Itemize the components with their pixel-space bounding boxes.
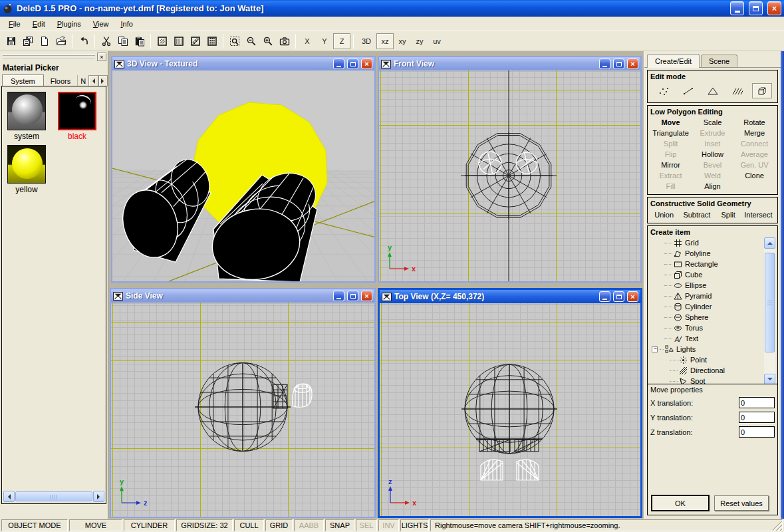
new-button[interactable] [36,33,53,49]
menu-file[interactable]: File [3,18,27,30]
status-cull-toggle[interactable]: CULL [234,519,264,531]
tab-scroll-left-icon[interactable] [88,75,98,86]
viewport-top-canvas[interactable]: z x [380,303,640,516]
axis-y-button[interactable]: Y [316,33,333,49]
status-snap-toggle[interactable]: SNAP [325,519,354,531]
viewport-top-minimize-button[interactable] [599,291,610,302]
viewport-front-titlebar[interactable]: Front View × [379,57,640,70]
edit-mode-vertex-button[interactable] [654,83,674,98]
view-solid-button[interactable] [170,33,187,49]
minimize-button[interactable] [730,1,744,15]
panel-grip[interactable]: × [0,51,108,63]
view-xz-button[interactable]: xz [376,33,394,49]
camera-button[interactable] [276,33,293,49]
tree-item-grid[interactable]: Grid [650,237,764,248]
view-zy-button[interactable]: zy [411,33,428,49]
viewport-side-titlebar[interactable]: Side View × [111,289,374,303]
tree-item-pyramid[interactable]: Pyramid [650,291,764,301]
viewport-3d-canvas[interactable] [112,70,374,281]
tree-item-cylinder[interactable]: Cylinder [650,301,764,312]
axis-z-button[interactable]: Z [333,33,350,49]
undo-button[interactable] [75,33,92,49]
tree-item-polyline[interactable]: Polyline [650,248,764,259]
tree-item-rectangle[interactable]: Rectangle [650,259,764,269]
viewport-top-maximize-button[interactable] [613,291,624,302]
edit-mode-faces-button[interactable] [727,83,747,98]
zoom-in-button[interactable] [259,33,276,49]
viewport-top-titlebar[interactable]: Top View (X,Z= 450,372) × [380,290,640,303]
collapse-icon[interactable] [652,346,658,352]
menu-info[interactable]: Info [114,18,138,30]
edit-mode-face-button[interactable] [703,83,723,98]
csg-split-button[interactable]: Split [715,211,741,219]
csg-subtract-button[interactable]: Subtract [678,211,715,219]
lowpoly-hollow-button[interactable]: Hollow [692,150,733,158]
tab-scene[interactable]: Scene [701,55,737,67]
scroll-right-icon[interactable] [93,491,104,502]
tree-scroll-thumb[interactable] [765,253,775,352]
lowpoly-merge-button[interactable]: Merge [733,129,775,137]
view-wireframe-button[interactable] [154,33,170,49]
y-translation-field[interactable] [739,412,775,423]
zoom-region-button[interactable] [226,33,243,49]
viewport-front-canvas[interactable]: y x [379,70,640,281]
viewport-side-canvas[interactable]: y z [111,303,374,517]
tree-item-torus[interactable]: Torus [650,323,764,333]
material-black[interactable]: black [57,92,98,141]
viewport-side-minimize-button[interactable] [333,291,344,301]
lowpoly-move-button[interactable]: Move [650,118,692,126]
close-button[interactable]: × [767,1,781,15]
lowpoly-align-button[interactable]: Align [692,182,733,190]
open-button[interactable] [53,33,69,49]
tab-floors[interactable]: Floors [44,75,78,87]
viewport-side-maximize-button[interactable] [347,291,358,301]
status-sel-toggle[interactable]: SEL [356,519,377,531]
tree-item-text[interactable]: AText [650,333,764,344]
copy-button[interactable] [114,33,131,49]
tree-vertical-scrollbar[interactable] [764,237,775,385]
viewport-3d-maximize-button[interactable] [347,59,358,69]
x-translation-field[interactable] [739,397,775,408]
lowpoly-triangulate-button[interactable]: Triangulate [650,129,692,137]
menu-edit[interactable]: Edit [27,18,51,30]
lowpoly-rotate-button[interactable]: Rotate [733,118,775,126]
status-aabb-toggle[interactable]: AABB [294,519,324,531]
status-lights-toggle[interactable]: LIGHTS [400,519,429,531]
material-system[interactable]: system [6,92,47,141]
tree-item-ellipse[interactable]: Ellipse [650,280,764,291]
ok-button[interactable]: OK [652,495,709,511]
viewport-3d-close-button[interactable]: × [361,59,372,69]
tree-item-cube[interactable]: Cube [650,269,764,280]
cut-button[interactable] [98,33,114,49]
status-inv-toggle[interactable]: INV [378,519,399,531]
tree-item-point[interactable]: Point [650,354,764,365]
edit-mode-edge-button[interactable] [678,83,698,98]
status-grid-toggle[interactable]: GRID [265,519,293,531]
scroll-thumb[interactable] [15,491,92,501]
viewport-front-maximize-button[interactable] [613,59,624,69]
lowpoly-mirror-button[interactable]: Mirror [650,161,692,169]
material-yellow-thumbnail[interactable] [7,145,46,184]
lowpoly-scale-button[interactable]: Scale [692,118,733,126]
viewport-front-minimize-button[interactable] [599,59,610,69]
lowpoly-clone-button[interactable]: Clone [733,172,775,180]
viewport-3d-titlebar[interactable]: 3D View - Textured × [112,57,374,70]
viewport-front-close-button[interactable]: × [627,59,638,69]
edit-mode-object-button[interactable] [752,83,772,98]
material-black-thumbnail[interactable] [58,92,96,130]
material-yellow[interactable]: yellow [6,145,47,194]
paste-button[interactable] [131,33,148,49]
zoom-out-button[interactable] [243,33,259,49]
tree-item-sphere[interactable]: Sphere [650,312,764,323]
tab-scroll-right-icon[interactable] [98,75,108,86]
tree-scroll-up-icon[interactable] [764,237,775,249]
material-horizontal-scrollbar[interactable] [3,491,104,502]
scroll-left-icon[interactable] [3,491,15,502]
material-system-thumbnail[interactable] [7,92,46,130]
view-materials-button[interactable] [203,33,220,49]
tree-item-directional[interactable]: Directional [650,365,764,376]
view-textured-button[interactable] [187,33,203,49]
tree-item-lights[interactable]: Lights [650,344,764,354]
save-button[interactable] [3,33,19,49]
resize-grip[interactable] [773,521,782,531]
